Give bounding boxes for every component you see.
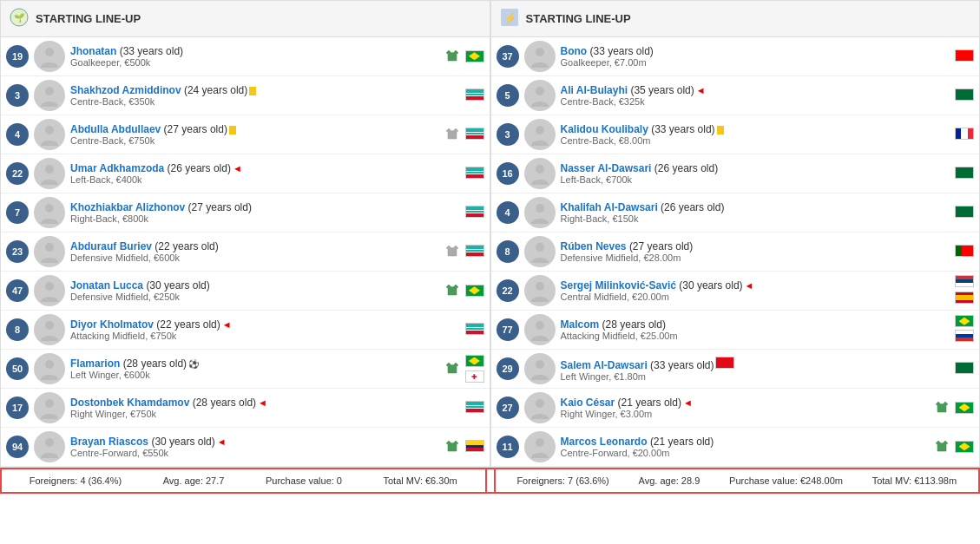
player-row[interactable]: 77 Malcom (28 years old) Attacking Midfi… [491,311,980,350]
player-name[interactable]: Marcos Leonardo [561,436,648,448]
player-name[interactable]: Salem Al-Dawsari [561,359,648,371]
player-info: Ali Al-Bulayhi (35 years old)◄ Centre-Ba… [561,84,945,107]
player-name[interactable]: Rúben Neves [561,240,627,252]
player-action-icons [444,360,460,378]
player-row[interactable]: 17 Dostonbek Khamdamov (28 years old)◄ R… [1,389,490,428]
player-number: 7 [6,201,29,224]
player-flag [465,128,484,142]
shirt-icon [934,438,950,456]
right-footer: Foreigners: 7 (63.6%) Avg. age: 28.9 Pur… [494,468,981,494]
player-info: Shakhzod Azmiddinov (24 years old) Centr… [70,84,455,107]
player-row[interactable]: 50 Flamarion (28 years old)⚽ Left Winger… [1,350,490,389]
player-name[interactable]: Umar Adkhamzoda [70,162,164,174]
player-row[interactable]: 94 Brayan Riascos (30 years old)◄ Centre… [1,428,490,467]
player-flag [955,167,974,181]
player-name[interactable]: Khalifah Al-Dawsari [561,201,658,213]
player-row[interactable]: 19 Jhonatan (33 years old) Goalkeeper, €… [1,37,490,76]
player-flag [465,285,484,298]
player-name[interactable]: Jonatan Lucca [70,279,143,292]
player-row[interactable]: 8 Diyor Kholmatov (22 years old)◄ Attack… [1,311,490,350]
player-photo [524,119,556,150]
player-photo [34,80,65,111]
player-position: Left Winger, €600k [70,370,439,380]
player-name[interactable]: Flamarion [70,357,120,370]
player-photo [524,236,556,267]
player-info: Abdurauf Buriev (22 years old) Defensive… [70,240,439,263]
svg-point-18 [536,165,544,174]
player-age: (33 years old) [650,359,714,371]
player-row[interactable]: 47 Jonatan Lucca (30 years old) Defensiv… [1,272,490,311]
svg-point-3 [45,87,54,95]
svg-point-7 [45,243,54,252]
player-info: Khozhiakbar Alizhonov (27 years old) Rig… [70,201,455,224]
player-name[interactable]: Sergej Milinković-Savić [561,279,676,292]
player-row[interactable]: 37 Bono (33 years old) Goalkeeper, €7.00… [491,37,980,76]
player-row[interactable]: 3 Shakhzod Azmiddinov (24 years old) Cen… [1,76,490,115]
player-info: Brayan Riascos (30 years old)◄ Centre-Fo… [70,436,439,458]
player-info: Bono (33 years old) Goalkeeper, €7.00m [561,45,945,68]
player-row[interactable]: 22 Umar Adkhamzoda (26 years old)◄ Left-… [1,154,490,193]
player-info: Sergej Milinković-Savić (30 years old)◄ … [561,279,945,302]
player-flags [955,167,974,181]
player-number: 5 [497,84,519,107]
player-row[interactable]: 4 Khalifah Al-Dawsari (26 years old) Rig… [491,193,980,233]
player-row[interactable]: 16 Nasser Al-Dawsari (26 years old) Left… [491,154,980,193]
player-number: 50 [6,357,29,380]
player-age: (33 years old) [651,123,714,135]
total-mv-stat: Total MV: €113.98m [872,475,957,486]
player-name[interactable]: Nasser Al-Dawsari [561,162,652,174]
player-name[interactable]: Abdurauf Buriev [70,240,152,252]
player-name[interactable]: Malcom [561,318,600,331]
player-photo [524,80,556,111]
player-flag [465,401,484,416]
player-name[interactable]: Bono [561,45,588,57]
player-row[interactable]: 27 Kaio César (21 years old)◄ Right Wing… [491,389,980,428]
player-row[interactable]: 29 Salem Al-Dawsari (33 years old) Left … [491,350,980,389]
player-row[interactable]: 8 Rúben Neves (27 years old) Defensive M… [491,233,980,272]
player-number: 94 [6,436,29,458]
player-name[interactable]: Shakhzod Azmiddinov [70,84,181,96]
player-photo [34,41,65,72]
svg-point-25 [536,438,544,447]
player-age: (27 years old) [629,240,693,252]
player-photo [524,41,556,72]
player-flags [955,128,974,141]
svg-point-4 [45,126,54,134]
player-name[interactable]: Khozhiakbar Alizhonov [70,201,185,213]
player-name[interactable]: Kaio César [561,397,615,409]
player-action-icons [934,438,950,456]
player-name[interactable]: Kalidou Koulibaly [561,123,648,135]
player-row[interactable]: 5 Ali Al-Bulayhi (35 years old)◄ Centre-… [491,76,980,115]
player-flag [955,441,974,454]
avg-age-stat: Avg. age: 28.9 [639,475,700,486]
player-name[interactable]: Dostonbek Khamdamov [70,397,189,409]
player-row[interactable]: 22 Sergej Milinković-Savić (30 years old… [491,272,980,311]
player-name[interactable]: Brayan Riascos [70,436,148,448]
player-number: 27 [497,397,519,419]
player-flags [465,440,484,455]
player-flags [465,167,484,181]
substitution-arrow-icon: ◄ [683,397,693,408]
player-flag [955,88,974,103]
footers: Foreigners: 4 (36.4%) Avg. age: 27.7 Pur… [0,468,980,494]
svg-point-16 [536,87,544,95]
player-name[interactable]: Ali Al-Bulayhi [561,84,628,96]
player-position: Left-Back, €400k [70,174,455,185]
player-flag [955,292,974,306]
player-row[interactable]: 4 Abdulla Abdullaev (27 years old) Centr… [1,115,490,154]
player-row[interactable]: 7 Khozhiakbar Alizhonov (27 years old) R… [1,193,490,233]
player-row[interactable]: 11 Marcos Leonardo (21 years old) Centre… [491,428,980,467]
player-age: (22 years old) [156,318,220,331]
player-age: (26 years old) [654,162,718,174]
player-row[interactable]: 23 Abdurauf Buriev (22 years old) Defens… [1,233,490,272]
player-flag [465,355,484,368]
player-row[interactable]: 3 Kalidou Koulibaly (33 years old) Centr… [491,115,980,154]
player-name[interactable]: Diyor Kholmatov [70,318,154,331]
substitution-arrow-icon: ◄ [745,280,754,291]
shirt-icon [444,243,460,261]
player-flags [955,441,974,454]
substitution-arrow-icon: ◄ [217,436,227,447]
player-name[interactable]: Abdulla Abdullaev [70,123,161,135]
player-photo [34,431,65,462]
player-name[interactable]: Jhonatan [70,45,116,57]
